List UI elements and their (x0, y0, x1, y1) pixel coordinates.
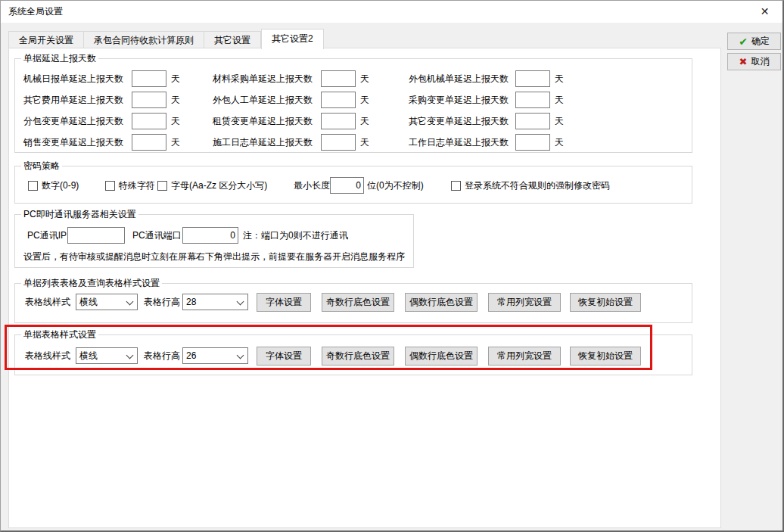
tab-global-switch[interactable]: 全局开关设置 (8, 31, 84, 48)
group-pc-messaging-title: PC即时通讯服务器相关设置 (21, 209, 138, 220)
row-height-label: 表格行高 (144, 347, 180, 364)
column-width-button[interactable]: 常用列宽设置 (488, 347, 561, 366)
row-height-value: 28 (186, 294, 196, 310)
delay-field-input[interactable] (515, 92, 550, 108)
unit-label: 天 (555, 113, 564, 129)
checkbox-icon[interactable] (28, 181, 38, 191)
unit-label: 天 (171, 92, 180, 108)
delay-field-label: 外包机械单延迟上报天数 (409, 70, 509, 87)
restore-defaults-button[interactable]: 恢复初始设置 (570, 347, 641, 366)
delay-field-input[interactable] (515, 113, 550, 129)
min-length-label: 最小长度 (294, 177, 330, 194)
cancel-button[interactable]: ✖ 取消 (727, 53, 781, 70)
delay-field-label: 租赁变更单延迟上报天数 (213, 113, 313, 129)
delay-row: 分包变更单延迟上报天数 天 租赁变更单延迟上报天数 天 其它变更单延迟上报天数 … (15, 113, 692, 129)
column-width-button[interactable]: 常用列宽设置 (488, 293, 561, 312)
delay-field-label: 其它变更单延迟上报天数 (409, 113, 509, 129)
pc-port-input[interactable] (182, 227, 238, 244)
group-list-table-style-title: 单据列表表格及查询表格样式设置 (21, 278, 162, 289)
checkbox-special[interactable]: 特殊字符 (105, 177, 155, 194)
unit-label: 天 (555, 92, 564, 108)
chevron-down-icon (237, 298, 244, 306)
checkbox-icon[interactable] (105, 181, 115, 191)
delay-field-input[interactable] (132, 134, 166, 151)
delay-field-label: 机械日报单延迟上报天数 (23, 70, 123, 87)
delay-field-input[interactable] (515, 70, 550, 87)
delay-field-input[interactable] (132, 113, 166, 129)
line-style-label: 表格线样式 (25, 347, 70, 364)
chevron-down-icon (126, 298, 134, 306)
delay-field-label: 施工日志单延迟上报天数 (213, 134, 313, 151)
min-length-input[interactable] (330, 177, 364, 194)
row-height-value: 26 (186, 348, 196, 363)
unit-label: 天 (171, 134, 180, 151)
odd-row-color-button[interactable]: 奇数行底色设置 (322, 293, 394, 312)
checkbox-icon[interactable] (157, 181, 167, 191)
title-bar: 系统全局设置 ✕ (1, 1, 782, 23)
delay-field-input[interactable] (321, 134, 356, 151)
even-row-color-button[interactable]: 偶数行底色设置 (405, 347, 478, 366)
delay-field-label: 工作日志单延迟上报天数 (409, 134, 509, 151)
pc-messaging-note: 设置后，有待审核或提醒消息时立刻在屏幕右下角弹出提示，前提要在服务器开启消息服务… (23, 248, 405, 265)
delay-field-label: 销售变更单延迟上报天数 (23, 134, 123, 151)
delay-field-label: 其它费用单延迟上报天数 (23, 92, 123, 108)
window-title: 系统全局设置 (1, 5, 63, 18)
restore-defaults-button[interactable]: 恢复初始设置 (570, 293, 641, 312)
group-password-policy: 密码策略 数字(0-9) 特殊字符 字母(Aa-Zz 区分大小写) 最小长度 位… (14, 166, 692, 204)
delay-field-label: 材料采购单延迟上报天数 (213, 70, 313, 87)
unit-label: 天 (171, 70, 180, 87)
check-icon: ✔ (739, 36, 748, 47)
delay-field-label: 采购变更单延迟上报天数 (409, 92, 509, 108)
row-height-select[interactable]: 28 (182, 294, 248, 310)
group-doc-table-style-title: 单据表格样式设置 (21, 329, 98, 341)
pc-port-label: PC通讯端口 (132, 227, 182, 244)
chevron-down-icon (126, 352, 134, 359)
delay-field-input[interactable] (321, 92, 356, 108)
checkbox-letter-label: 字母(Aa-Zz 区分大小写) (171, 179, 267, 192)
dialog-window: 系统全局设置 ✕ ✔ 确定 ✖ 取消 全局开关设置 承包合同待收款计算原则 其它… (0, 0, 784, 532)
min-length-suffix: 位(0为不控制) (367, 177, 424, 194)
group-doc-table-style: 单据表格样式设置 表格线样式 横线 表格行高 26 字体设置 奇数行底色设置 偶… (14, 334, 692, 375)
tab-contract-receivable[interactable]: 承包合同待收款计算原则 (84, 31, 204, 48)
tab-other-settings-2[interactable]: 其它设置2 (261, 29, 324, 49)
ok-button-label: 确定 (751, 35, 770, 48)
pc-ip-input[interactable] (67, 227, 125, 244)
checkbox-letter[interactable]: 字母(Aa-Zz 区分大小写) (157, 177, 267, 194)
row-height-select[interactable]: 26 (182, 347, 248, 364)
delay-row: 机械日报单延迟上报天数 天 材料采购单延迟上报天数 天 外包机械单延迟上报天数 … (15, 70, 692, 87)
line-style-select[interactable]: 横线 (76, 294, 138, 310)
unit-label: 天 (360, 113, 369, 129)
checkbox-icon[interactable] (451, 181, 461, 191)
font-settings-button[interactable]: 字体设置 (257, 347, 311, 366)
unit-label: 天 (171, 113, 180, 129)
checkbox-digit[interactable]: 数字(0-9) (28, 177, 79, 194)
odd-row-color-button[interactable]: 奇数行底色设置 (322, 347, 394, 366)
tab-other-settings[interactable]: 其它设置 (204, 31, 261, 48)
tab-page: 单据延迟上报天数 机械日报单延迟上报天数 天 材料采购单延迟上报天数 天 外包机… (8, 48, 721, 528)
unit-label: 天 (555, 134, 564, 151)
delay-field-input[interactable] (321, 70, 356, 87)
close-icon[interactable]: ✕ (748, 1, 782, 22)
delay-field-input[interactable] (132, 92, 166, 108)
delay-field-input[interactable] (132, 70, 166, 87)
ok-button[interactable]: ✔ 确定 (727, 33, 781, 50)
line-style-select[interactable]: 横线 (76, 347, 138, 364)
pc-port-note: 注：端口为0则不进行通讯 (243, 227, 348, 244)
checkbox-digit-label: 数字(0-9) (42, 179, 79, 192)
checkbox-force-change[interactable]: 登录系统不符合规则的强制修改密码 (451, 177, 610, 194)
line-style-label: 表格线样式 (25, 294, 70, 310)
unit-label: 天 (555, 70, 564, 87)
delay-row: 其它费用单延迟上报天数 天 外包人工单延迟上报天数 天 采购变更单延迟上报天数 … (15, 92, 692, 108)
delay-row: 销售变更单延迟上报天数 天 施工日志单延迟上报天数 天 工作日志单延迟上报天数 … (15, 134, 692, 151)
line-style-value: 横线 (79, 348, 98, 363)
even-row-color-button[interactable]: 偶数行底色设置 (405, 293, 478, 312)
row-height-label: 表格行高 (144, 294, 180, 310)
delay-field-label: 外包人工单延迟上报天数 (213, 92, 313, 108)
pc-ip-label: PC通讯IP (27, 227, 67, 244)
checkbox-force-change-label: 登录系统不符合规则的强制修改密码 (465, 179, 610, 192)
group-delay-days-title: 单据延迟上报天数 (21, 53, 98, 64)
delay-field-input[interactable] (321, 113, 356, 129)
delay-field-input[interactable] (515, 134, 550, 151)
group-list-table-style: 单据列表表格及查询表格样式设置 表格线样式 横线 表格行高 28 字体设置 奇数… (14, 283, 692, 323)
font-settings-button[interactable]: 字体设置 (257, 293, 311, 312)
